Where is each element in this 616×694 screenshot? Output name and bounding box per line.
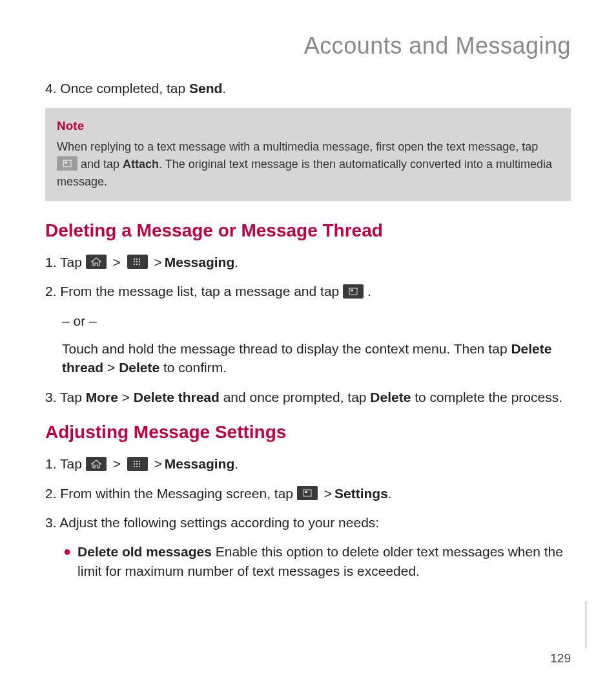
step-number: 1.	[45, 255, 60, 269]
bullet-text: Delete old messages Enable this option t…	[77, 542, 571, 580]
bullet-icon: ●	[63, 542, 71, 580]
apps-icon	[127, 255, 148, 269]
chevron: >	[154, 454, 161, 473]
text: Tap	[60, 456, 86, 471]
text: Tap	[60, 255, 86, 269]
text: From within the Messaging screen, tap	[60, 486, 297, 501]
delete-label: Delete	[370, 390, 411, 405]
bullet-delete-old-messages: ● Delete old messages Enable this option…	[63, 542, 571, 580]
settings-label: Settings	[334, 486, 388, 501]
svg-rect-19	[134, 466, 135, 467]
text: .	[234, 255, 238, 269]
step-number: 3.	[45, 390, 60, 405]
page-number: 129	[550, 651, 571, 666]
step-number: 3.	[45, 515, 59, 530]
text: Adjust the following settings according …	[59, 515, 379, 530]
chevron: >	[113, 454, 121, 473]
attach-label: Attach	[123, 158, 159, 171]
heading-adjusting: Adjusting Message Settings	[45, 422, 571, 443]
messaging-label: Messaging	[165, 456, 235, 471]
chevron: >	[103, 360, 119, 375]
page: Accounts and Messaging 4. Once completed…	[0, 0, 616, 694]
text: to complete the process.	[411, 390, 562, 405]
chevron: >	[113, 253, 121, 271]
svg-rect-23	[305, 491, 307, 493]
svg-rect-3	[136, 258, 138, 260]
svg-rect-1	[65, 162, 67, 163]
step-number: 4.	[45, 81, 60, 96]
delete-step-1: 1. Tap > > Messaging.	[45, 253, 571, 271]
delete-label: Delete	[119, 360, 159, 375]
svg-rect-5	[134, 261, 135, 262]
home-icon	[86, 255, 107, 269]
svg-rect-6	[136, 261, 138, 262]
menu-icon	[343, 284, 364, 299]
svg-rect-21	[139, 466, 140, 467]
svg-rect-17	[136, 463, 138, 465]
text: and tap	[81, 158, 123, 171]
svg-rect-9	[136, 264, 138, 265]
step-number: 1.	[45, 456, 60, 471]
adjust-step-3: 3. Adjust the following settings accordi…	[45, 513, 571, 532]
apps-icon	[127, 457, 148, 471]
svg-rect-7	[139, 261, 140, 262]
delete-old-messages-label: Delete old messages	[77, 544, 212, 559]
adjust-step-1: 1. Tap > > Messaging.	[45, 454, 571, 473]
delete-step-3: 3. Tap More > Delete thread and once pro…	[45, 388, 571, 406]
svg-rect-15	[139, 461, 140, 462]
chevron: >	[324, 484, 332, 503]
messaging-label: Messaging	[165, 255, 235, 269]
note-box: Note When replying to a text message wit…	[45, 108, 571, 201]
heading-deleting: Deleting a Message or Message Thread	[45, 220, 571, 241]
chevron: >	[154, 253, 161, 271]
text: Once completed, tap	[60, 81, 189, 96]
text: .	[388, 486, 392, 501]
menu-icon	[297, 486, 318, 500]
svg-rect-12	[351, 289, 353, 291]
text: to confirm.	[159, 360, 227, 375]
svg-rect-20	[136, 466, 138, 467]
or-divider: – or –	[62, 311, 571, 330]
note-body: When replying to a text message with a m…	[57, 138, 559, 191]
text: and once prompted, tap	[220, 390, 371, 405]
home-icon	[86, 457, 107, 471]
delete-step-2: 2. From the message list, tap a message …	[45, 282, 571, 300]
send-label: Send	[189, 81, 222, 96]
svg-rect-10	[139, 264, 140, 265]
text: Tap	[60, 390, 86, 405]
menu-icon	[57, 156, 77, 171]
step-4: 4. Once completed, tap Send.	[45, 79, 571, 98]
text: Touch and hold the message thread to dis…	[62, 341, 511, 356]
note-title: Note	[57, 117, 559, 136]
more-label: More	[86, 390, 118, 405]
text: .	[364, 284, 371, 299]
svg-rect-8	[134, 264, 135, 265]
svg-rect-4	[139, 258, 140, 260]
svg-rect-16	[134, 463, 135, 465]
svg-rect-14	[136, 461, 138, 462]
svg-rect-13	[134, 461, 135, 462]
chevron: >	[118, 390, 134, 405]
step-number: 2.	[45, 284, 60, 299]
text: .	[234, 456, 238, 471]
step-number: 2.	[45, 486, 60, 501]
text: When replying to a text message with a m…	[57, 140, 538, 153]
svg-rect-18	[139, 463, 140, 465]
delete-thread-label: Delete thread	[134, 390, 220, 405]
text: From the message list, tap a message and…	[60, 284, 343, 299]
text: .	[222, 81, 226, 96]
side-rule	[586, 601, 586, 647]
delete-step-2b: Touch and hold the message thread to dis…	[62, 339, 571, 377]
svg-rect-2	[134, 258, 135, 260]
page-title: Accounts and Messaging	[45, 32, 571, 59]
adjust-step-2: 2. From within the Messaging screen, tap…	[45, 484, 571, 503]
